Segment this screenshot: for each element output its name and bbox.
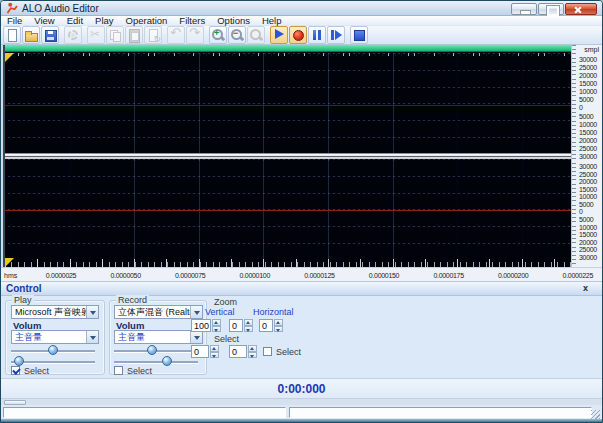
zoom-vertical-value[interactable]: 100 bbox=[191, 319, 211, 332]
minimize-icon[interactable] bbox=[511, 3, 537, 15]
app-window: ALO Audio Editor FileViewEditPlayOperati… bbox=[0, 0, 603, 423]
redo-icon bbox=[188, 28, 202, 42]
menu-item-options[interactable]: Options bbox=[211, 16, 256, 26]
amplitude-tick-label: 20000 bbox=[579, 239, 601, 246]
control-panel-close-icon[interactable]: x bbox=[583, 283, 588, 293]
amplitude-tick-label: 20000 bbox=[579, 137, 601, 144]
paste-button[interactable] bbox=[125, 26, 143, 44]
zoom-normal-icon bbox=[249, 28, 263, 42]
select-group-caption: Select bbox=[214, 334, 239, 344]
select-value-2[interactable]: 0 bbox=[229, 345, 247, 358]
resize-grip-icon[interactable] bbox=[591, 410, 600, 419]
dropdown-arrow-icon[interactable] bbox=[86, 331, 98, 343]
amplitude-tick-label: 25000 bbox=[579, 246, 601, 253]
time-display: 0:00:000 bbox=[1, 382, 602, 396]
spinner-down-icon[interactable] bbox=[248, 352, 257, 359]
maximize-icon[interactable] bbox=[538, 3, 564, 15]
amplitude-unit-label: smpl bbox=[584, 46, 599, 53]
record-device-dropdown[interactable]: 立体声混音 (Realtek High D bbox=[114, 305, 203, 319]
amplitude-tick-label: 0 bbox=[579, 104, 601, 111]
title-bar[interactable]: ALO Audio Editor bbox=[1, 1, 602, 16]
waveform-channel-1[interactable] bbox=[5, 53, 571, 161]
close-icon[interactable] bbox=[565, 3, 597, 15]
pause-button[interactable] bbox=[308, 26, 326, 44]
properties-button[interactable] bbox=[144, 26, 162, 44]
slider-thumb[interactable] bbox=[162, 356, 172, 366]
zoom-horizontal-label: Horizontal bbox=[253, 307, 294, 317]
loaded-region-bar[interactable] bbox=[5, 45, 571, 52]
position-marker-bottom[interactable] bbox=[5, 258, 14, 267]
zoom-horizontal-spinner-1[interactable]: 0 bbox=[229, 319, 253, 332]
dropdown-arrow-icon[interactable] bbox=[190, 331, 202, 343]
menu-item-file[interactable]: File bbox=[1, 16, 28, 26]
menu-item-play[interactable]: Play bbox=[89, 16, 119, 26]
amplitude-tick-label: 25000 bbox=[579, 145, 601, 152]
record-balance-slider[interactable] bbox=[114, 345, 198, 356]
time-tick-label: 0.0000175 bbox=[433, 272, 463, 279]
spinner-down-icon[interactable] bbox=[212, 326, 221, 333]
amplitude-tick-label: 5000 bbox=[579, 113, 601, 120]
channel-separator[interactable] bbox=[5, 153, 571, 159]
zoom-horizontal-value-2[interactable]: 0 bbox=[259, 319, 273, 332]
slider-track[interactable] bbox=[11, 361, 95, 363]
cut-button[interactable] bbox=[87, 26, 105, 44]
zoom-horizontal-spinner-2[interactable]: 0 bbox=[259, 319, 283, 332]
dropdown-arrow-icon[interactable] bbox=[86, 306, 98, 318]
stop-button[interactable] bbox=[350, 26, 368, 44]
record-volume-dropdown[interactable]: 主音量 bbox=[114, 330, 203, 344]
time-tick-label: 0.0000050 bbox=[110, 272, 140, 279]
select-range-checkbox[interactable] bbox=[263, 347, 272, 356]
zoom-group-caption: Zoom bbox=[214, 297, 237, 307]
play-device-dropdown[interactable]: Microsoft 声音映射器 bbox=[11, 305, 99, 319]
waveform-display[interactable] bbox=[3, 45, 571, 267]
slider-thumb[interactable] bbox=[14, 356, 24, 366]
select-value-spinner-1[interactable]: 0 bbox=[191, 345, 219, 358]
pause-icon bbox=[310, 28, 324, 42]
spinner-down-icon[interactable] bbox=[244, 326, 253, 333]
select-value-spinner-2[interactable]: 0 bbox=[229, 345, 257, 358]
skip-forward-icon bbox=[329, 28, 343, 42]
amplitude-tick-label: 30000 bbox=[579, 254, 601, 261]
paste-icon bbox=[127, 28, 141, 42]
dropdown-arrow-icon[interactable] bbox=[190, 306, 202, 318]
settings-button[interactable] bbox=[64, 26, 82, 44]
zoom-horizontal-value-1[interactable]: 0 bbox=[229, 319, 243, 332]
zoom-out-button[interactable] bbox=[228, 26, 246, 44]
skip-forward-button[interactable] bbox=[327, 26, 345, 44]
zoom-in-button[interactable] bbox=[209, 26, 227, 44]
position-marker-top[interactable] bbox=[5, 53, 14, 62]
record-button[interactable] bbox=[289, 26, 307, 44]
horizontal-scrollbar[interactable] bbox=[1, 398, 602, 405]
amplitude-tick-label: 25000 bbox=[579, 64, 601, 71]
new-file-button[interactable] bbox=[3, 26, 21, 44]
zoom-in-icon bbox=[211, 28, 225, 42]
spinner-down-icon[interactable] bbox=[210, 352, 219, 359]
waveform-channel-2[interactable] bbox=[5, 159, 571, 259]
spinner-down-icon[interactable] bbox=[274, 326, 283, 333]
cut-icon bbox=[89, 28, 103, 42]
menu-item-edit[interactable]: Edit bbox=[61, 16, 89, 26]
menu-item-help[interactable]: Help bbox=[256, 16, 288, 26]
save-file-button[interactable] bbox=[41, 26, 59, 44]
slider-track[interactable] bbox=[114, 361, 198, 363]
time-tick-label: 0.0000200 bbox=[498, 272, 528, 279]
play-select-checkbox[interactable] bbox=[11, 366, 20, 375]
copy-button[interactable] bbox=[106, 26, 124, 44]
amplitude-tick-label: 30000 bbox=[579, 163, 601, 170]
open-file-button[interactable] bbox=[22, 26, 40, 44]
undo-button[interactable] bbox=[167, 26, 185, 44]
select-value-1[interactable]: 0 bbox=[191, 345, 209, 358]
play-balance-slider[interactable] bbox=[11, 345, 95, 356]
play-volume-dropdown[interactable]: 主音量 bbox=[11, 330, 99, 344]
menu-item-view[interactable]: View bbox=[28, 16, 60, 26]
amplitude-tick-label: 5000 bbox=[579, 201, 601, 208]
slider-thumb[interactable] bbox=[147, 345, 157, 355]
menu-item-operation[interactable]: Operation bbox=[120, 16, 174, 26]
slider-thumb[interactable] bbox=[48, 345, 58, 355]
record-select-checkbox[interactable] bbox=[114, 366, 123, 375]
zoom-vertical-spinner[interactable]: 100 bbox=[191, 319, 221, 332]
menu-item-filters[interactable]: Filters bbox=[173, 16, 211, 26]
play-button[interactable] bbox=[270, 26, 288, 44]
zoom-normal-button[interactable] bbox=[247, 26, 265, 44]
redo-button[interactable] bbox=[186, 26, 204, 44]
